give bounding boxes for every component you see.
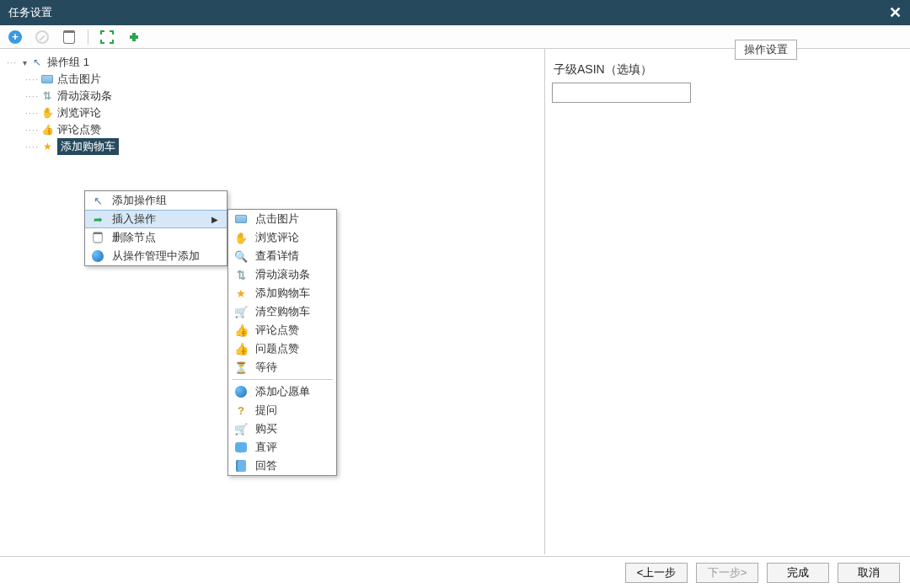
asin-input[interactable] [552,83,691,103]
tree-item[interactable]: ···· ✋ 浏览评论 [7,104,538,121]
tree-panel: ··· ▾ ↖ 操作组 1 ···· 点击图片 ···· ⇅ 滑动滚动条 ···… [0,49,545,554]
menu-delete-node[interactable]: 删除节点 [85,228,227,247]
tree-root-label: 操作组 1 [47,55,89,70]
hand-icon: ✋ [233,232,249,244]
trash-icon [90,231,105,244]
speech-icon [233,442,249,452]
collapse-icon [127,30,141,44]
submenu-add-cart[interactable]: ★添加购物车 [228,284,336,302]
scroll-icon: ⇅ [40,89,54,103]
image-icon [233,215,249,223]
close-icon[interactable]: ✕ [889,3,902,22]
star-icon: ★ [40,140,54,153]
cursor-icon: ↖ [30,56,44,69]
insert-icon: ➦ [90,213,105,226]
submenu-direct-review[interactable]: 直评 [228,438,336,457]
separator [88,29,88,45]
operation-tree: ··· ▾ ↖ 操作组 1 ···· 点击图片 ···· ⇅ 滑动滚动条 ···… [0,52,544,157]
tree-item[interactable]: ···· 点击图片 [7,71,538,88]
titlebar: 任务设置 ✕ [0,0,910,25]
submenu-view-details[interactable]: 🔍查看详情 [228,247,336,265]
tree-item[interactable]: ···· 👍 评论点赞 [7,121,538,138]
submenu-answer[interactable]: 回答 [228,457,336,475]
magnifier-icon: 🔍 [233,250,249,263]
thumb-up-icon: 👍 [40,123,54,136]
submenu-wait[interactable]: ⏳等待 [228,358,336,377]
cart-icon: 🛒 [233,306,249,318]
submenu-browse-reviews[interactable]: ✋浏览评论 [228,228,336,247]
submenu-scroll[interactable]: ⇅滑动滚动条 [228,265,336,284]
image-icon [40,72,54,86]
scroll-icon: ⇅ [233,269,249,281]
tree-root[interactable]: ··· ▾ ↖ 操作组 1 [7,54,538,71]
window-title: 任务设置 [8,5,52,20]
cursor-icon: ↖ [90,195,105,207]
plus-icon: + [8,30,22,44]
submenu-review-like[interactable]: 👍评论点赞 [228,321,336,339]
context-menu: ↖ 添加操作组 ➦ 插入操作 ▶ 删除节点 从操作管理中添加 [84,190,228,266]
star-icon: ★ [233,287,249,300]
menu-add-group[interactable]: ↖ 添加操作组 [85,191,227,210]
disabled-button [34,29,51,45]
tree-item[interactable]: ···· ⇅ 滑动滚动条 [7,88,538,104]
submenu-clear-cart[interactable]: 🛒清空购物车 [228,302,336,321]
asin-label: 子级ASIN（选填） [554,62,903,78]
submenu-click-image[interactable]: 点击图片 [228,210,336,228]
thumb-up-icon: 👍 [233,323,249,337]
settings-panel: 操作设置 子级ASIN（选填） [545,49,910,554]
next-button: 下一步> [696,563,758,583]
cancel-button[interactable]: 取消 [838,563,900,583]
chevron-right-icon: ▶ [211,215,218,224]
expand-all-button[interactable] [99,29,115,45]
hand-icon: ✋ [40,106,54,120]
cart-icon: 🛒 [233,423,249,436]
add-button[interactable]: + [7,29,24,45]
context-submenu: 点击图片 ✋浏览评论 🔍查看详情 ⇅滑动滚动条 ★添加购物车 🛒清空购物车 👍评… [228,209,337,476]
settings-tab[interactable]: 操作设置 [735,40,797,60]
hourglass-icon: ⏳ [233,361,249,374]
submenu-add-wishlist[interactable]: 添加心愿单 [228,382,336,401]
footer: <上一步 下一步> 完成 取消 [0,556,910,588]
tree-item-selected[interactable]: ···· ★ 添加购物车 [7,138,538,155]
submenu-question-like[interactable]: 👍问题点赞 [228,339,336,358]
menu-insert-operation[interactable]: ➦ 插入操作 ▶ [85,210,227,228]
menu-divider [232,379,333,380]
main-area: ··· ▾ ↖ 操作组 1 ···· 点击图片 ···· ⇅ 滑动滚动条 ···… [0,49,910,554]
expand-icon [100,30,114,44]
trash-icon [63,30,75,44]
thumb-up-icon: 👍 [233,342,249,355]
collapse-all-button[interactable] [126,29,142,45]
disabled-icon [35,30,49,44]
question-icon: ? [233,404,249,417]
book-icon [233,460,249,472]
finish-button[interactable]: 完成 [767,563,829,583]
globe-icon [233,386,249,398]
menu-add-from-manager[interactable]: 从操作管理中添加 [85,247,227,265]
collapse-toggle[interactable]: ▾ [19,58,30,67]
prev-button[interactable]: <上一步 [625,563,688,583]
globe-icon [90,250,105,262]
submenu-buy[interactable]: 🛒购买 [228,420,336,438]
delete-button[interactable] [61,29,78,45]
submenu-ask[interactable]: ?提问 [228,401,336,420]
